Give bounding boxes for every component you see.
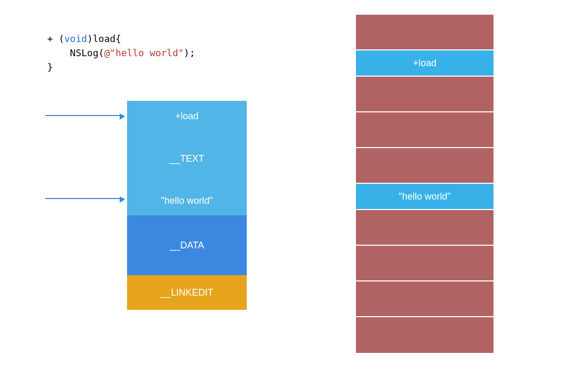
memory-stack: +load "hello world" <box>356 15 494 353</box>
memory-row-load: +load <box>356 50 494 77</box>
code-text: { <box>116 33 121 44</box>
arrow-to-load <box>45 115 124 116</box>
code-text: NSLog( <box>47 47 104 58</box>
code-line-1: + (void)load{ <box>47 32 195 46</box>
code-line-3: } <box>47 60 195 74</box>
segment-label: __TEXT <box>170 153 204 164</box>
segment-linkedit: __LINKEDIT <box>127 275 247 310</box>
code-text: + ( <box>47 33 65 44</box>
segment-stack: +load __TEXT "hello world" __DATA __LINK… <box>127 101 247 310</box>
segment-data: __DATA <box>127 215 247 275</box>
memory-label: +load <box>413 58 437 69</box>
segment-label: __LINKEDIT <box>160 287 213 298</box>
memory-row <box>356 77 494 112</box>
segment-label: __DATA <box>170 240 204 251</box>
keyword-void: void <box>65 33 87 44</box>
method-name: load <box>93 33 116 44</box>
memory-row <box>356 281 494 317</box>
segment-text: __TEXT <box>127 131 247 186</box>
memory-row <box>356 15 494 50</box>
code-text: ) <box>87 33 93 44</box>
string-literal: "hello world" <box>110 47 184 58</box>
memory-row <box>356 317 494 353</box>
arrow-to-hello <box>45 198 124 199</box>
segment-text-hello: "hello world" <box>127 186 247 215</box>
memory-row-hello: "hello world" <box>356 184 494 210</box>
memory-row <box>356 112 494 148</box>
at-symbol: @ <box>104 47 110 58</box>
code-line-2: NSLog(@"hello world"); <box>47 46 195 60</box>
segment-label: "hello world" <box>161 195 213 206</box>
memory-label: "hello world" <box>399 191 451 202</box>
memory-row <box>356 246 494 281</box>
segment-label: +load <box>175 111 199 122</box>
memory-row <box>356 210 494 246</box>
code-text: ); <box>184 47 195 58</box>
code-block: + (void)load{ NSLog(@"hello world"); } <box>47 32 195 74</box>
segment-text-load: +load <box>127 101 247 131</box>
memory-row <box>356 148 494 184</box>
